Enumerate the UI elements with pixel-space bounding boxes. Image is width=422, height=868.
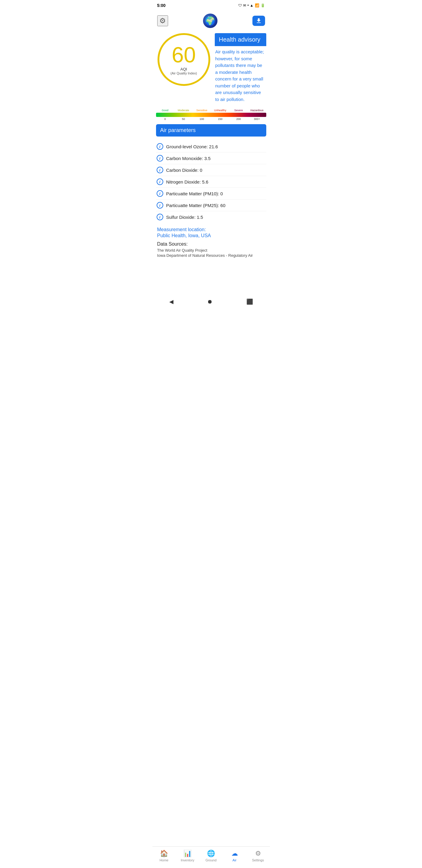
measurement-section: Measurement location: Public Health, Iow… <box>156 224 266 259</box>
info-icon-no2: i <box>157 179 163 185</box>
param-carbon-dioxide-label: Carbon Dioxide: 0 <box>166 167 202 173</box>
air-icon: ☁ <box>231 849 238 858</box>
param-nitrogen-dioxide-label: Nitrogen Dioxide: 5.6 <box>166 179 208 184</box>
aqi-scale-numbers: 0 50 100 150 200 300+ <box>156 118 266 121</box>
mail-status-icon: ✉ <box>243 3 246 7</box>
param-pm25[interactable]: i Particuatte Matter (PM25): 60 <box>156 199 266 211</box>
param-sulfur-dioxide[interactable]: i Sulfur Dioxide: 1.5 <box>156 211 266 223</box>
status-icons: 🛡 ✉ • ▲ 📶 🔋 <box>238 3 265 7</box>
param-nitrogen-dioxide[interactable]: i Nitrogen Dioxide: 5.6 <box>156 176 266 188</box>
nav-ground[interactable]: 🌐 Ground <box>199 848 223 863</box>
param-carbon-monoxide[interactable]: i Carbon Monoxide: 3.5 <box>156 153 266 164</box>
upload-icon <box>255 18 262 24</box>
param-ground-ozone[interactable]: i Ground-level Ozone: 21.6 <box>156 141 266 153</box>
back-button[interactable]: ◀ <box>169 299 173 305</box>
param-sulfur-dioxide-label: Sulfur Dioxide: 1.5 <box>166 215 203 220</box>
param-carbon-dioxide[interactable]: i Carbon Dioxide: 0 <box>156 164 266 176</box>
aqi-label: AQI <box>181 67 187 71</box>
info-icon-pm25: i <box>157 202 163 209</box>
data-source-2: Iowa Department of Natural Resources - R… <box>157 253 265 258</box>
scale-num-200: 200 <box>230 118 248 121</box>
info-icon-pm10: i <box>157 190 163 197</box>
aqi-sublabel: (Air Quality Index) <box>170 71 197 75</box>
aqi-scale: Good Moderate Sensitive Unhealthy Severe… <box>156 109 266 121</box>
main-content: 60 AQI (Air Quality Index) Health adviso… <box>153 31 270 296</box>
inventory-icon: 📊 <box>184 849 192 858</box>
scale-label-severe: Severe <box>230 109 248 112</box>
scale-label-unhealthy: Unhealthy <box>211 109 230 112</box>
nav-home-label: Home <box>160 858 168 862</box>
wifi-icon: ▲ <box>250 3 254 7</box>
measurement-location-value[interactable]: Public Health, Iowa, USA <box>157 233 265 239</box>
scale-label-hazardous: Hazardous <box>248 109 266 112</box>
app-logo <box>203 13 218 28</box>
status-bar: 5:00 🛡 ✉ • ▲ 📶 🔋 <box>153 0 270 11</box>
scale-label-moderate: Moderate <box>174 109 193 112</box>
shield-status-icon: 🛡 <box>238 3 242 7</box>
aqi-circle: 60 AQI (Air Quality Index) <box>158 33 210 86</box>
measurement-location-label: Measurement location: <box>157 227 265 232</box>
ground-icon: 🌐 <box>207 849 215 858</box>
settings-button[interactable]: ⚙ <box>157 16 168 26</box>
settings-nav-icon: ⚙ <box>255 849 261 858</box>
data-source-1: The World Air Quality Project <box>157 248 265 253</box>
signal-icon: 📶 <box>255 3 259 7</box>
aqi-health-row: 60 AQI (Air Quality Index) Health adviso… <box>156 33 266 105</box>
scale-num-300: 300+ <box>248 118 266 121</box>
param-pm25-label: Particuatte Matter (PM25): 60 <box>166 203 226 208</box>
scale-num-0: 0 <box>156 118 174 121</box>
health-advisory-title: Health advisory <box>215 33 266 46</box>
health-advisory-text: Air quality is acceptable; however, for … <box>215 46 266 105</box>
gear-icon: ⚙ <box>159 17 166 25</box>
battery-icon: 🔋 <box>261 3 265 7</box>
data-sources-label: Data Sources: <box>157 241 265 247</box>
scale-label-good: Good <box>156 109 174 112</box>
aqi-circle-container: 60 AQI (Air Quality Index) <box>156 33 212 86</box>
nav-inventory-label: Inventory <box>181 858 194 862</box>
nav-inventory[interactable]: 📊 Inventory <box>176 848 199 863</box>
aqi-scale-bar <box>156 113 266 117</box>
scale-num-100: 100 <box>193 118 211 121</box>
status-time: 5:00 <box>157 3 166 8</box>
nav-settings[interactable]: ⚙ Settings <box>247 848 270 863</box>
aqi-value: 60 <box>172 44 196 66</box>
nav-air[interactable]: ☁ Air <box>223 848 247 863</box>
air-parameters-title: Air parameters <box>160 127 196 133</box>
info-icon-co2: i <box>157 167 163 173</box>
param-pm10[interactable]: i Particuatte Matter (PM10): 0 <box>156 188 266 199</box>
system-nav: ◀ ⏺ ⬛ <box>153 296 270 310</box>
home-button[interactable]: ⏺ <box>207 299 213 305</box>
air-parameters-section: Air parameters <box>156 124 266 136</box>
nav-home[interactable]: 🏠 Home <box>153 848 176 863</box>
scale-num-50: 50 <box>174 118 193 121</box>
nav-settings-label: Settings <box>252 858 264 862</box>
param-list: i Ground-level Ozone: 21.6 i Carbon Mono… <box>156 140 266 224</box>
health-advisory-container: Health advisory Air quality is acceptabl… <box>215 33 266 105</box>
dot-status-icon: • <box>247 3 249 7</box>
home-icon: 🏠 <box>160 849 168 858</box>
info-icon-so2: i <box>157 214 163 220</box>
info-icon-co: i <box>157 155 163 161</box>
bottom-nav: 🏠 Home 📊 Inventory 🌐 Ground ☁ Air ⚙ Sett… <box>153 846 270 868</box>
logo-image <box>203 13 218 28</box>
recent-button[interactable]: ⬛ <box>247 299 253 305</box>
scale-num-150: 150 <box>211 118 230 121</box>
scale-label-sensitive: Sensitive <box>193 109 211 112</box>
param-carbon-monoxide-label: Carbon Monoxide: 3.5 <box>166 156 211 161</box>
param-pm10-label: Particuatte Matter (PM10): 0 <box>166 191 223 196</box>
aqi-scale-labels: Good Moderate Sensitive Unhealthy Severe… <box>156 109 266 112</box>
info-icon-ozone: i <box>157 143 163 150</box>
upload-button[interactable] <box>252 16 265 26</box>
nav-ground-label: Ground <box>205 858 217 862</box>
nav-air-label: Air <box>232 858 236 862</box>
param-ground-ozone-label: Ground-level Ozone: 21.6 <box>166 144 218 149</box>
toolbar: ⚙ <box>153 11 270 31</box>
